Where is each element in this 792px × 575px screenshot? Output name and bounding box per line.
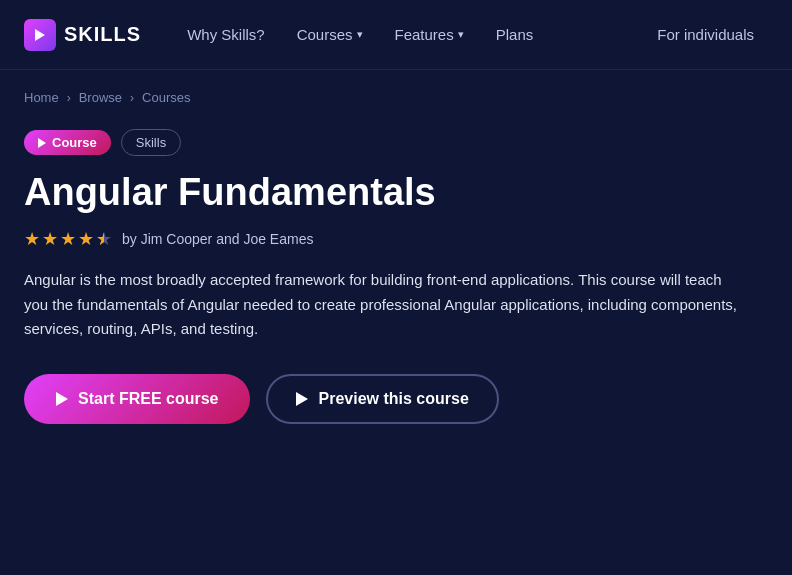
- buttons-row: Start FREE course Preview this course: [24, 374, 768, 424]
- breadcrumb-courses[interactable]: Courses: [142, 90, 190, 105]
- preview-course-button[interactable]: Preview this course: [266, 374, 498, 424]
- nav-links: Why Skills? Courses ▾ Features ▾ Plans F…: [173, 18, 768, 51]
- rating-row: ★ ★ ★ ★ ★ ★ by Jim Cooper and Joe Eames: [24, 228, 768, 250]
- logo-icon: [24, 19, 56, 51]
- nav-link-courses[interactable]: Courses ▾: [283, 18, 377, 51]
- star-3: ★: [60, 228, 76, 250]
- nav-link-features[interactable]: Features ▾: [381, 18, 478, 51]
- start-free-course-button[interactable]: Start FREE course: [24, 374, 250, 424]
- nav-link-for-individuals[interactable]: For individuals: [643, 18, 768, 51]
- tag-course[interactable]: Course: [24, 130, 111, 155]
- preview-play-icon: [296, 392, 308, 406]
- main-content: Course Skills Angular Fundamentals ★ ★ ★…: [0, 121, 792, 464]
- tags-row: Course Skills: [24, 129, 768, 156]
- star-4: ★: [78, 228, 94, 250]
- breadcrumb-separator-2: ›: [130, 91, 134, 105]
- navbar: SKILLS Why Skills? Courses ▾ Features ▾ …: [0, 0, 792, 70]
- features-chevron-icon: ▾: [458, 28, 464, 41]
- course-description: Angular is the most broadly accepted fra…: [24, 268, 744, 342]
- course-title: Angular Fundamentals: [24, 172, 768, 214]
- start-play-icon: [56, 392, 68, 406]
- star-2: ★: [42, 228, 58, 250]
- tag-course-play-icon: [38, 138, 46, 148]
- star-1: ★: [24, 228, 40, 250]
- nav-link-plans[interactable]: Plans: [482, 18, 548, 51]
- logo-area[interactable]: SKILLS: [24, 19, 141, 51]
- logo-text: SKILLS: [64, 23, 141, 46]
- tag-skills[interactable]: Skills: [121, 129, 181, 156]
- breadcrumb: Home › Browse › Courses: [24, 90, 768, 105]
- breadcrumb-home[interactable]: Home: [24, 90, 59, 105]
- stars: ★ ★ ★ ★ ★ ★: [24, 228, 112, 250]
- breadcrumb-separator-1: ›: [67, 91, 71, 105]
- svg-marker-0: [35, 29, 45, 41]
- course-author: by Jim Cooper and Joe Eames: [122, 231, 313, 247]
- courses-chevron-icon: ▾: [357, 28, 363, 41]
- breadcrumb-area: Home › Browse › Courses: [0, 70, 792, 121]
- star-half: ★ ★: [96, 228, 112, 250]
- nav-link-why-skills[interactable]: Why Skills?: [173, 18, 279, 51]
- breadcrumb-browse[interactable]: Browse: [79, 90, 122, 105]
